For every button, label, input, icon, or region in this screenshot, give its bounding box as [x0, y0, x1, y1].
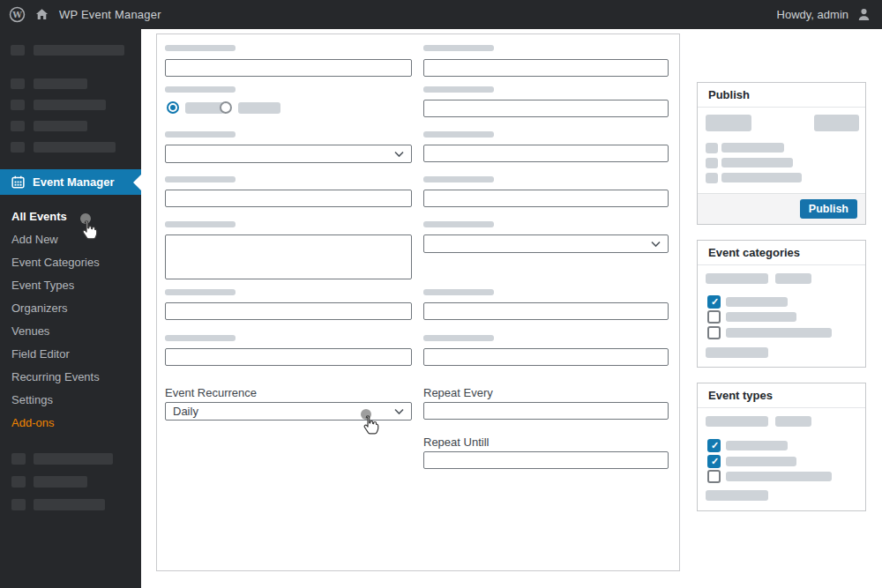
field-input[interactable] — [423, 145, 669, 162]
event-categories-title: Event categories — [698, 241, 865, 265]
sidebar-item-event-types[interactable]: Event Types — [0, 274, 141, 297]
field-input[interactable] — [423, 348, 669, 366]
skeleton-bar — [721, 173, 802, 182]
skeleton-bar — [34, 78, 87, 89]
wordpress-logo-icon[interactable]: W — [9, 6, 26, 23]
skeleton-bar — [34, 45, 124, 56]
category-checkbox-2[interactable] — [707, 310, 721, 324]
skeleton-bar — [34, 142, 116, 153]
sidebar-item-event-categories[interactable]: Event Categories — [0, 251, 141, 274]
home-icon[interactable] — [35, 8, 49, 21]
field-label-placeholder — [165, 131, 235, 138]
skeleton-bar — [34, 453, 113, 465]
skeleton-bar — [814, 115, 859, 131]
active-menu-arrow-icon — [133, 175, 141, 190]
chevron-down-icon — [394, 151, 404, 157]
chevron-down-icon — [394, 408, 404, 414]
admin-bar: W WP Event Manager Howdy, admin — [0, 0, 882, 29]
event-types-title: Event types — [698, 383, 865, 408]
type-checkbox-3[interactable] — [707, 470, 721, 483]
radio-option-2[interactable] — [220, 101, 232, 114]
howdy-text[interactable]: Howdy, admin — [777, 8, 848, 21]
checkbox-label-placeholder — [726, 328, 832, 338]
event-recurrence-select[interactable]: Daily — [165, 402, 412, 421]
skeleton-bar — [34, 100, 106, 110]
field-input[interactable] — [165, 190, 412, 207]
sidebar-item-all-events[interactable]: All Events — [0, 205, 141, 228]
tab-placeholder — [775, 273, 811, 284]
field-input[interactable] — [165, 302, 412, 320]
publish-box-footer: Publish — [698, 193, 865, 224]
sidebar-item-recurring-events[interactable]: Recurring Events — [0, 366, 141, 389]
sidebar-item-event-manager[interactable]: Event Manager — [0, 169, 141, 195]
category-checkbox-3[interactable] — [707, 326, 721, 339]
radio-option-1[interactable] — [167, 101, 179, 114]
field-input[interactable] — [423, 302, 669, 320]
skeleton-bar — [34, 499, 105, 510]
repeat-every-label: Repeat Every — [423, 386, 493, 399]
event-types-box: Event types — [697, 383, 866, 511]
skeleton-bar — [34, 121, 87, 131]
link-placeholder — [706, 347, 768, 358]
menu-icon-placeholder — [11, 499, 26, 510]
menu-icon-placeholder — [11, 45, 25, 56]
checkbox-label-placeholder — [726, 457, 796, 466]
menu-icon-placeholder — [11, 78, 25, 89]
svg-text:W: W — [11, 10, 22, 19]
publish-box-title: Publish — [698, 83, 865, 108]
type-checkbox-1[interactable] — [707, 439, 721, 452]
skeleton-bar — [721, 143, 784, 153]
field-label-placeholder — [423, 131, 494, 138]
checkbox-label-placeholder — [726, 297, 788, 307]
field-label-placeholder — [423, 335, 494, 341]
repeat-every-input[interactable] — [423, 402, 669, 420]
event-recurrence-value: Daily — [173, 405, 198, 418]
user-icon[interactable] — [856, 7, 871, 22]
publish-box: Publish Publish — [697, 82, 866, 225]
sidebar-item-venues[interactable]: Venues — [0, 320, 141, 343]
field-label-placeholder — [165, 45, 235, 51]
field-label-placeholder — [165, 335, 235, 341]
field-input[interactable] — [165, 348, 412, 366]
checkbox-label-placeholder — [726, 441, 788, 450]
wp-admin-screen: W WP Event Manager Howdy, admin — [0, 0, 882, 588]
field-textarea[interactable] — [165, 234, 412, 279]
checkbox-label-placeholder — [726, 312, 796, 322]
link-placeholder — [706, 490, 768, 501]
sidebar-item-add-ons[interactable]: Add-ons — [0, 412, 141, 435]
field-label-placeholder — [165, 176, 235, 182]
field-select[interactable] — [165, 145, 412, 163]
field-input[interactable] — [165, 59, 412, 77]
sidebar-item-settings[interactable]: Settings — [0, 389, 141, 412]
field-label-placeholder — [423, 176, 494, 182]
field-label-placeholder — [423, 86, 494, 93]
sidebar-item-organizers[interactable]: Organizers — [0, 297, 141, 320]
sidebar-item-add-new[interactable]: Add New — [0, 228, 141, 251]
category-checkbox-1[interactable] — [707, 295, 721, 309]
calendar-icon — [11, 175, 25, 189]
sidebar-item-field-editor[interactable]: Field Editor — [0, 343, 141, 366]
skeleton-bar — [721, 158, 793, 167]
radio-label-placeholder — [238, 102, 280, 114]
tab-placeholder — [775, 416, 811, 427]
tab-placeholder — [706, 273, 768, 284]
skeleton-bar — [34, 476, 87, 488]
repeat-untill-label: Repeat Untill — [423, 435, 489, 449]
menu-icon-placeholder — [11, 453, 26, 465]
field-select[interactable] — [423, 234, 669, 253]
event-recurrence-label: Event Recurrence — [165, 386, 257, 399]
tab-placeholder — [706, 416, 768, 427]
field-input[interactable] — [423, 190, 669, 207]
type-checkbox-2[interactable] — [707, 455, 721, 468]
publish-button[interactable]: Publish — [800, 199, 857, 219]
status-icon-placeholder — [706, 173, 718, 183]
repeat-untill-input[interactable] — [423, 451, 669, 469]
admin-bar-site-title[interactable]: WP Event Manager — [59, 8, 161, 21]
menu-icon-placeholder — [11, 476, 26, 488]
field-input[interactable] — [423, 59, 669, 77]
field-label-placeholder — [165, 86, 235, 93]
admin-sidebar: Event Manager All Events Add New Event C… — [0, 29, 141, 588]
skeleton-bar — [706, 115, 751, 131]
field-input[interactable] — [423, 100, 669, 117]
menu-icon-placeholder — [11, 100, 25, 110]
